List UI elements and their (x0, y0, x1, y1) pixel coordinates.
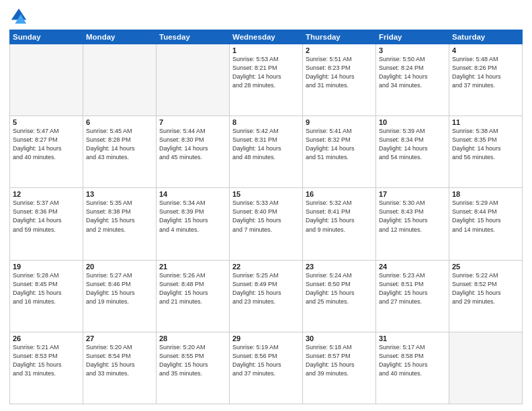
calendar-cell: 28Sunrise: 5:20 AM Sunset: 8:55 PM Dayli… (157, 332, 230, 404)
day-number: 11 (452, 118, 519, 126)
day-number: 18 (452, 190, 519, 198)
logo-icon (9, 7, 28, 26)
day-info: Sunrise: 5:50 AM Sunset: 8:24 PM Dayligh… (379, 55, 446, 90)
calendar-cell: 24Sunrise: 5:23 AM Sunset: 8:51 PM Dayli… (376, 260, 449, 332)
day-info: Sunrise: 5:29 AM Sunset: 8:44 PM Dayligh… (452, 199, 519, 234)
day-info: Sunrise: 5:30 AM Sunset: 8:43 PM Dayligh… (379, 199, 446, 234)
calendar-weekday-thursday: Thursday (303, 30, 376, 44)
calendar-weekday-monday: Monday (83, 30, 157, 44)
calendar-cell: 23Sunrise: 5:24 AM Sunset: 8:50 PM Dayli… (303, 260, 376, 332)
calendar-cell: 25Sunrise: 5:22 AM Sunset: 8:52 PM Dayli… (449, 260, 523, 332)
calendar-cell: 10Sunrise: 5:39 AM Sunset: 8:34 PM Dayli… (376, 116, 449, 188)
day-info: Sunrise: 5:48 AM Sunset: 8:26 PM Dayligh… (452, 55, 519, 90)
day-number: 24 (379, 263, 446, 271)
day-info: Sunrise: 5:21 AM Sunset: 8:53 PM Dayligh… (13, 343, 80, 378)
day-info: Sunrise: 5:24 AM Sunset: 8:50 PM Dayligh… (306, 271, 373, 306)
calendar-cell: 4Sunrise: 5:48 AM Sunset: 8:26 PM Daylig… (449, 44, 523, 116)
calendar-cell: 9Sunrise: 5:41 AM Sunset: 8:32 PM Daylig… (303, 116, 376, 188)
calendar-cell: 3Sunrise: 5:50 AM Sunset: 8:24 PM Daylig… (376, 44, 449, 116)
day-number: 21 (159, 263, 226, 271)
day-info: Sunrise: 5:23 AM Sunset: 8:51 PM Dayligh… (379, 271, 446, 306)
day-number: 6 (86, 118, 153, 126)
calendar-cell: 21Sunrise: 5:26 AM Sunset: 8:48 PM Dayli… (157, 260, 230, 332)
day-number: 1 (232, 46, 300, 54)
calendar-cell: 14Sunrise: 5:34 AM Sunset: 8:39 PM Dayli… (157, 188, 230, 260)
calendar-cell: 29Sunrise: 5:19 AM Sunset: 8:56 PM Dayli… (230, 332, 303, 404)
day-info: Sunrise: 5:35 AM Sunset: 8:38 PM Dayligh… (86, 199, 153, 234)
day-info: Sunrise: 5:45 AM Sunset: 8:28 PM Dayligh… (86, 127, 153, 162)
calendar-cell: 22Sunrise: 5:25 AM Sunset: 8:49 PM Dayli… (230, 260, 303, 332)
calendar-week-row-2: 5Sunrise: 5:47 AM Sunset: 8:27 PM Daylig… (10, 116, 523, 188)
calendar-cell: 13Sunrise: 5:35 AM Sunset: 8:38 PM Dayli… (83, 188, 157, 260)
day-number: 26 (13, 334, 80, 342)
day-info: Sunrise: 5:39 AM Sunset: 8:34 PM Dayligh… (379, 127, 446, 162)
calendar-cell: 30Sunrise: 5:18 AM Sunset: 8:57 PM Dayli… (303, 332, 376, 404)
calendar-cell: 12Sunrise: 5:37 AM Sunset: 8:36 PM Dayli… (10, 188, 83, 260)
calendar-cell: 7Sunrise: 5:44 AM Sunset: 8:30 PM Daylig… (157, 116, 230, 188)
day-info: Sunrise: 5:22 AM Sunset: 8:52 PM Dayligh… (452, 271, 519, 306)
day-number: 5 (13, 118, 80, 126)
calendar-week-row-4: 19Sunrise: 5:28 AM Sunset: 8:45 PM Dayli… (10, 260, 523, 332)
calendar-weekday-tuesday: Tuesday (157, 30, 230, 44)
header (9, 7, 523, 26)
day-info: Sunrise: 5:20 AM Sunset: 8:55 PM Dayligh… (159, 343, 226, 378)
day-info: Sunrise: 5:19 AM Sunset: 8:56 PM Dayligh… (232, 343, 300, 378)
calendar-week-row-3: 12Sunrise: 5:37 AM Sunset: 8:36 PM Dayli… (10, 188, 523, 260)
calendar-weekday-saturday: Saturday (449, 30, 523, 44)
day-info: Sunrise: 5:28 AM Sunset: 8:45 PM Dayligh… (13, 271, 80, 306)
calendar-cell: 16Sunrise: 5:32 AM Sunset: 8:41 PM Dayli… (303, 188, 376, 260)
day-info: Sunrise: 5:18 AM Sunset: 8:57 PM Dayligh… (306, 343, 373, 378)
calendar-cell: 27Sunrise: 5:20 AM Sunset: 8:54 PM Dayli… (83, 332, 157, 404)
day-info: Sunrise: 5:26 AM Sunset: 8:48 PM Dayligh… (159, 271, 226, 306)
day-number: 19 (13, 263, 80, 271)
day-number: 14 (159, 190, 226, 198)
calendar-cell (449, 332, 523, 404)
calendar-cell: 1Sunrise: 5:53 AM Sunset: 8:21 PM Daylig… (230, 44, 303, 116)
day-info: Sunrise: 5:32 AM Sunset: 8:41 PM Dayligh… (306, 199, 373, 234)
day-number: 7 (159, 118, 226, 126)
calendar-cell: 31Sunrise: 5:17 AM Sunset: 8:58 PM Dayli… (376, 332, 449, 404)
day-info: Sunrise: 5:47 AM Sunset: 8:27 PM Dayligh… (13, 127, 80, 162)
day-number: 22 (232, 263, 300, 271)
day-info: Sunrise: 5:44 AM Sunset: 8:30 PM Dayligh… (159, 127, 226, 162)
calendar-cell (10, 44, 83, 116)
day-info: Sunrise: 5:53 AM Sunset: 8:21 PM Dayligh… (232, 55, 300, 90)
day-number: 3 (379, 46, 446, 54)
day-info: Sunrise: 5:17 AM Sunset: 8:58 PM Dayligh… (379, 343, 446, 378)
day-info: Sunrise: 5:38 AM Sunset: 8:35 PM Dayligh… (452, 127, 519, 162)
day-number: 23 (306, 263, 373, 271)
day-number: 10 (379, 118, 446, 126)
day-info: Sunrise: 5:34 AM Sunset: 8:39 PM Dayligh… (159, 199, 226, 234)
calendar-cell: 17Sunrise: 5:30 AM Sunset: 8:43 PM Dayli… (376, 188, 449, 260)
day-info: Sunrise: 5:25 AM Sunset: 8:49 PM Dayligh… (232, 271, 300, 306)
day-number: 31 (379, 334, 446, 342)
day-number: 17 (379, 190, 446, 198)
calendar-cell: 2Sunrise: 5:51 AM Sunset: 8:23 PM Daylig… (303, 44, 376, 116)
day-info: Sunrise: 5:33 AM Sunset: 8:40 PM Dayligh… (232, 199, 300, 234)
day-info: Sunrise: 5:37 AM Sunset: 8:36 PM Dayligh… (13, 199, 80, 234)
day-number: 28 (159, 334, 226, 342)
day-number: 13 (86, 190, 153, 198)
day-number: 4 (452, 46, 519, 54)
logo (9, 7, 31, 26)
calendar-week-row-5: 26Sunrise: 5:21 AM Sunset: 8:53 PM Dayli… (10, 332, 523, 404)
calendar-cell: 20Sunrise: 5:27 AM Sunset: 8:46 PM Dayli… (83, 260, 157, 332)
day-info: Sunrise: 5:51 AM Sunset: 8:23 PM Dayligh… (306, 55, 373, 90)
calendar-cell: 6Sunrise: 5:45 AM Sunset: 8:28 PM Daylig… (83, 116, 157, 188)
day-info: Sunrise: 5:20 AM Sunset: 8:54 PM Dayligh… (86, 343, 153, 378)
calendar-header-row: SundayMondayTuesdayWednesdayThursdayFrid… (10, 30, 523, 44)
day-info: Sunrise: 5:41 AM Sunset: 8:32 PM Dayligh… (306, 127, 373, 162)
day-number: 2 (306, 46, 373, 54)
day-number: 30 (306, 334, 373, 342)
day-number: 29 (232, 334, 300, 342)
day-number: 9 (306, 118, 373, 126)
page: SundayMondayTuesdayWednesdayThursdayFrid… (0, 0, 532, 411)
day-number: 8 (232, 118, 300, 126)
calendar-weekday-sunday: Sunday (10, 30, 83, 44)
day-number: 12 (13, 190, 80, 198)
calendar-cell: 11Sunrise: 5:38 AM Sunset: 8:35 PM Dayli… (449, 116, 523, 188)
calendar-cell: 5Sunrise: 5:47 AM Sunset: 8:27 PM Daylig… (10, 116, 83, 188)
calendar-cell: 15Sunrise: 5:33 AM Sunset: 8:40 PM Dayli… (230, 188, 303, 260)
calendar-cell: 19Sunrise: 5:28 AM Sunset: 8:45 PM Dayli… (10, 260, 83, 332)
day-number: 15 (232, 190, 300, 198)
